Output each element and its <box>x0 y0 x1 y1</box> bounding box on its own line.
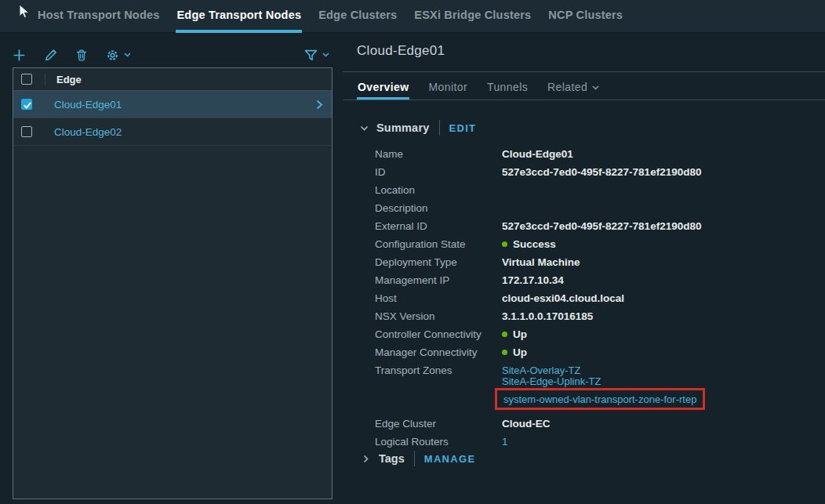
summary-field-configuration-state: Configuration StateSuccess <box>375 235 814 253</box>
summary-field-management-ip: Management IP172.17.10.34 <box>375 271 814 289</box>
summary-field-logical-routers: Logical Routers1 <box>375 433 814 451</box>
add-button[interactable] <box>13 49 26 62</box>
vertical-divider <box>439 120 440 136</box>
chevron-down-icon <box>124 52 131 58</box>
status-text: Success <box>513 235 556 253</box>
summary-field-transport-zones: Transport ZonesSiteA-Overlay-TZSiteA-Edg… <box>375 361 814 415</box>
top-nav-tabs: Host Transport NodesEdge Transport Nodes… <box>29 0 631 32</box>
detail-tab-tunnels[interactable]: Tunnels <box>486 77 529 100</box>
top-tab-ncp-clusters[interactable]: NCP Clusters <box>547 0 623 33</box>
field-label: Transport Zones <box>375 361 502 379</box>
column-divider <box>45 74 45 85</box>
summary-field-external-id: External ID527e3ccd-7ed0-495f-8227-781ef… <box>375 217 814 235</box>
row-checkbox[interactable] <box>21 126 32 137</box>
title-divider <box>343 71 825 72</box>
top-tab-host-transport-nodes[interactable]: Host Transport Nodes <box>37 0 160 33</box>
status-dot-icon <box>502 350 507 355</box>
field-label: Management IP <box>375 271 502 289</box>
table-row-cloud-edge02[interactable]: Cloud-Edge02 <box>13 118 332 146</box>
field-label: ID <box>375 163 502 181</box>
filter-icon <box>304 49 318 62</box>
field-label: Manager Connectivity <box>375 343 502 361</box>
field-value: Virtual Machine <box>502 253 580 271</box>
field-link[interactable]: 1 <box>502 433 508 451</box>
add-icon <box>13 49 26 62</box>
edge-node-name: Cloud-Edge01 <box>54 99 122 111</box>
field-value: cloud-esxi04.cloud.local <box>502 289 624 307</box>
status-text: Up <box>513 325 527 343</box>
list-toolbar <box>13 43 333 67</box>
field-label: NSX Version <box>375 307 502 325</box>
transport-zone-link[interactable]: system-owned-vlan-transport-zone-for-rte… <box>503 393 696 405</box>
top-tab-edge-transport-nodes[interactable]: Edge Transport Nodes <box>176 0 302 33</box>
summary-field-host: Hostcloud-esxi04.cloud.local <box>375 289 814 307</box>
field-label: Description <box>375 199 502 217</box>
summary-field-edge-cluster: Edge ClusterCloud-EC <box>375 415 814 433</box>
select-all-checkbox[interactable] <box>21 74 32 85</box>
status-value: Up <box>502 325 527 343</box>
edit-button[interactable] <box>44 49 57 62</box>
table-header-row: Edge <box>13 68 332 91</box>
top-tab-esxi-bridge-clusters[interactable]: ESXi Bridge Clusters <box>413 0 532 33</box>
summary-heading: Summary <box>376 121 430 134</box>
delete-button[interactable] <box>75 49 88 62</box>
vertical-divider <box>414 451 415 466</box>
field-value: Cloud-EC <box>502 415 551 433</box>
detail-tab-monitor[interactable]: Monitor <box>427 77 467 100</box>
detail-panel: Cloud-Edge01 OverviewMonitorTunnelsRelat… <box>343 33 825 504</box>
field-label: Controller Connectivity <box>375 325 502 343</box>
edit-button[interactable]: EDIT <box>449 122 477 134</box>
top-navbar: Host Transport NodesEdge Transport Nodes… <box>0 0 825 33</box>
tags-heading: Tags <box>379 452 405 465</box>
status-dot-icon <box>502 332 507 337</box>
field-value: 527e3ccd-7ed0-495f-8227-781ef2190d80 <box>502 217 701 235</box>
field-label: Logical Routers <box>375 433 502 451</box>
edit-icon <box>44 49 57 62</box>
status-text: Up <box>513 343 527 361</box>
summary-field-controller-connectivity: Controller ConnectivityUp <box>375 325 814 343</box>
field-label: Deployment Type <box>375 253 502 271</box>
field-value: Cloud-Edge01 <box>502 145 573 163</box>
row-checkbox[interactable] <box>21 99 32 110</box>
transport-zones-list: SiteA-Overlay-TZSiteA-Edge-Uplink-TZsyst… <box>502 361 705 415</box>
summary-field-deployment-type: Deployment TypeVirtual Machine <box>375 253 814 271</box>
detail-tabs: OverviewMonitorTunnelsRelated <box>357 77 618 100</box>
filter-button[interactable] <box>304 49 329 62</box>
tags-section-header: Tags MANAGE <box>361 449 475 468</box>
settings-icon <box>106 49 119 62</box>
transport-zone-link[interactable]: SiteA-Edge-Uplink-TZ <box>502 376 705 387</box>
summary-field-name: NameCloud-Edge01 <box>375 145 814 163</box>
summary-field-nsx-version: NSX Version3.1.1.0.0.17016185 <box>375 307 814 325</box>
summary-fields: NameCloud-Edge01ID527e3ccd-7ed0-495f-822… <box>375 145 814 451</box>
summary-field-id: ID527e3ccd-7ed0-495f-8227-781ef2190d80 <box>375 163 814 181</box>
edge-list-panel: Edge Cloud-Edge01Cloud-Edge02 <box>13 43 333 499</box>
summary-field-manager-connectivity: Manager ConnectivityUp <box>375 343 814 361</box>
manage-tags-button[interactable]: MANAGE <box>424 453 476 465</box>
settings-button[interactable] <box>106 49 131 62</box>
field-label: Host <box>375 289 502 307</box>
edge-node-name: Cloud-Edge02 <box>54 126 122 138</box>
chevron-right-icon <box>314 99 325 114</box>
summary-field-description: Description <box>375 199 814 217</box>
field-label: Configuration State <box>375 235 502 253</box>
chevron-down-icon[interactable] <box>359 123 369 133</box>
detail-tab-related[interactable]: Related <box>547 77 600 100</box>
detail-tab-overview[interactable]: Overview <box>357 77 409 100</box>
summary-field-location: Location <box>375 181 814 199</box>
table-body: Cloud-Edge01Cloud-Edge02 <box>13 91 332 146</box>
field-label: External ID <box>375 217 502 235</box>
delete-icon <box>75 49 88 62</box>
field-value: 527e3ccd-7ed0-495f-8227-781ef2190d80 <box>502 163 701 181</box>
top-tab-edge-clusters[interactable]: Edge Clusters <box>318 0 398 33</box>
chevron-down-icon <box>592 81 599 93</box>
field-value: 3.1.1.0.0.17016185 <box>502 307 593 325</box>
field-label: Edge Cluster <box>375 415 502 433</box>
chevron-right-icon[interactable] <box>361 454 371 464</box>
chevron-down-icon <box>322 52 329 58</box>
nsx-transport-nodes-screen: Host Transport NodesEdge Transport Nodes… <box>0 0 825 504</box>
transport-zone-link[interactable]: SiteA-Overlay-TZ <box>502 365 705 376</box>
status-value: Up <box>502 343 527 361</box>
field-label: Location <box>375 181 502 199</box>
field-value: 172.17.10.34 <box>502 271 564 289</box>
table-row-cloud-edge01[interactable]: Cloud-Edge01 <box>13 91 332 118</box>
